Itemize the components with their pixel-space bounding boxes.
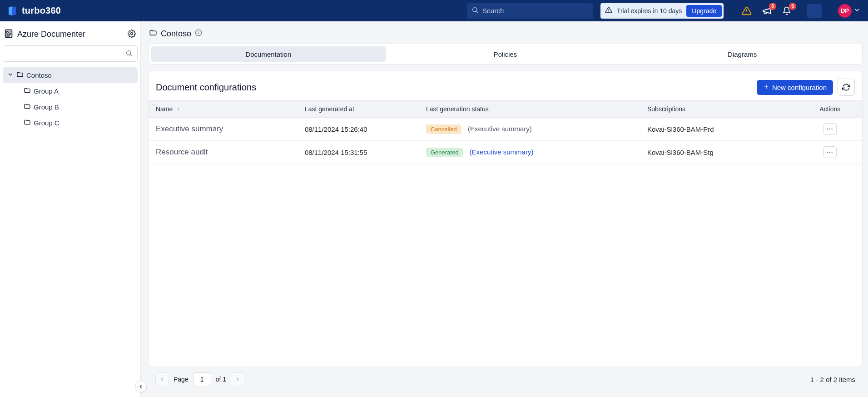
pager-of-text: of 1: [216, 376, 226, 383]
pager-page-label: Page: [174, 376, 188, 383]
cell-status: Generated (Executive summary): [420, 141, 641, 164]
pager-summary: 1 - 2 of 2 items: [810, 376, 855, 383]
tab[interactable]: Documentation: [151, 46, 386, 62]
cell-subscription: Kovai-Sl360-BAM-Stg: [641, 141, 798, 164]
cell-last-gen-at: 08/11/2024 15:26:40: [298, 118, 420, 141]
folder-icon: [24, 119, 31, 127]
upgrade-button[interactable]: Upgrade: [686, 5, 722, 17]
top-header: turbo360 Trial expires in 10 days Upgrad…: [0, 0, 868, 21]
table-row: Executive summary 08/11/2024 15:26:40 Ca…: [149, 118, 862, 141]
tree-item[interactable]: Group C: [3, 115, 138, 131]
breadcrumb-name: Contoso: [161, 29, 191, 39]
theme-toggle[interactable]: [807, 4, 822, 18]
notifications-badge: 5: [789, 3, 796, 10]
folder-icon: [24, 87, 31, 95]
tab[interactable]: Diagrams: [625, 46, 860, 62]
main-content: Contoso DocumentationPoliciesDiagrams Do…: [141, 21, 868, 397]
global-search-input[interactable]: [479, 6, 589, 15]
trial-text: Trial expires in 10 days: [617, 7, 682, 15]
tree-item[interactable]: Group B: [3, 99, 138, 115]
svg-point-13: [127, 50, 131, 55]
cell-subscription: Kovai-Sl360-BAM-Prd: [641, 118, 798, 141]
breadcrumb: Contoso: [148, 27, 863, 44]
pager: Page of 1 1 - 2 of 2 items: [148, 367, 863, 392]
configurations-panel: Document configurations New configuratio…: [148, 71, 863, 367]
sidebar-title: Azure Documenter: [17, 30, 124, 39]
pager-prev-button[interactable]: [155, 372, 169, 386]
cell-actions: [798, 141, 862, 164]
svg-point-0: [473, 8, 477, 12]
trial-banner: Trial expires in 10 days Upgrade: [600, 3, 724, 19]
tree-item[interactable]: Group A: [3, 83, 138, 99]
status-pill: Cancelled: [426, 124, 461, 134]
table-row: Resource audit 08/11/2024 15:31:55 Gener…: [149, 141, 862, 164]
refresh-button[interactable]: [838, 79, 855, 96]
cell-status: Cancelled (Executive summary): [420, 118, 641, 141]
tab-strip: DocumentationPoliciesDiagrams: [148, 44, 863, 65]
tree-root-label: Contoso: [26, 71, 52, 79]
sort-asc-icon: ↑: [177, 106, 180, 113]
tree-item-label: Group B: [34, 103, 59, 111]
brand-mark-icon: [6, 5, 18, 17]
folder-icon: [149, 29, 157, 39]
sidebar-collapse-button[interactable]: [135, 381, 147, 392]
cell-name[interactable]: Executive summary: [149, 118, 298, 141]
svg-point-23: [828, 152, 828, 153]
user-menu[interactable]: DP: [838, 4, 863, 18]
tab[interactable]: Policies: [388, 46, 623, 62]
sidebar-search-input[interactable]: [8, 50, 125, 58]
chevron-down-icon: [7, 71, 14, 79]
pager-next-button[interactable]: [231, 372, 244, 386]
plus-icon: [763, 84, 769, 91]
svg-point-21: [829, 129, 830, 129]
new-configuration-button[interactable]: New configuration: [757, 80, 833, 95]
module-icon: [4, 29, 14, 40]
svg-line-14: [130, 55, 132, 56]
sidebar-tree: Contoso Group A Group B Group C: [3, 65, 138, 131]
col-name[interactable]: Name ↑: [149, 101, 298, 118]
cell-name[interactable]: Resource audit: [149, 141, 298, 164]
row-actions-button[interactable]: [823, 123, 837, 135]
warning-icon: [605, 6, 612, 15]
svg-line-1: [476, 11, 478, 13]
svg-point-7: [6, 31, 8, 33]
announcements-badge: 3: [769, 3, 776, 10]
svg-point-20: [828, 129, 828, 129]
col-subscriptions[interactable]: Subscriptions: [641, 101, 798, 118]
pager-page-input[interactable]: [193, 372, 211, 386]
brand[interactable]: turbo360: [5, 5, 61, 17]
search-icon: [125, 50, 133, 58]
global-search[interactable]: [467, 3, 593, 19]
top-icon-group: 3 5 DP: [727, 4, 863, 18]
col-actions: Actions: [798, 101, 862, 118]
folder-icon: [24, 103, 31, 111]
sidebar-settings-button[interactable]: [128, 30, 136, 39]
configurations-table: Name ↑ Last generated at Last generation…: [149, 100, 862, 164]
svg-point-12: [131, 33, 133, 35]
announcements-icon[interactable]: 3: [761, 5, 773, 17]
cell-actions: [798, 118, 862, 141]
status-extra-link[interactable]: (Executive summary): [470, 148, 534, 156]
status-pill: Generated: [426, 148, 463, 157]
search-icon: [471, 6, 479, 15]
col-last-gen-at[interactable]: Last generated at: [298, 101, 420, 118]
svg-point-24: [829, 152, 830, 153]
sidebar: Azure Documenter Contoso Group A Group B…: [0, 21, 141, 397]
new-configuration-label: New configuration: [772, 84, 827, 91]
panel-title: Document configurations: [156, 82, 757, 93]
chevron-down-icon: [853, 6, 861, 15]
col-last-gen-status[interactable]: Last generation status: [420, 101, 641, 118]
tree-root[interactable]: Contoso: [3, 67, 138, 83]
avatar: DP: [838, 4, 852, 18]
row-actions-button[interactable]: [823, 146, 837, 158]
alerts-icon[interactable]: [741, 5, 753, 17]
svg-point-25: [832, 152, 833, 153]
folder-icon: [16, 71, 24, 79]
notifications-icon[interactable]: 5: [781, 5, 793, 17]
brand-text: turbo360: [22, 5, 61, 16]
sidebar-search[interactable]: [3, 45, 138, 62]
tree-item-label: Group A: [34, 87, 59, 95]
status-extra: (Executive summary): [468, 125, 532, 133]
cell-last-gen-at: 08/11/2024 15:31:55: [298, 141, 420, 164]
info-icon[interactable]: [195, 29, 202, 39]
